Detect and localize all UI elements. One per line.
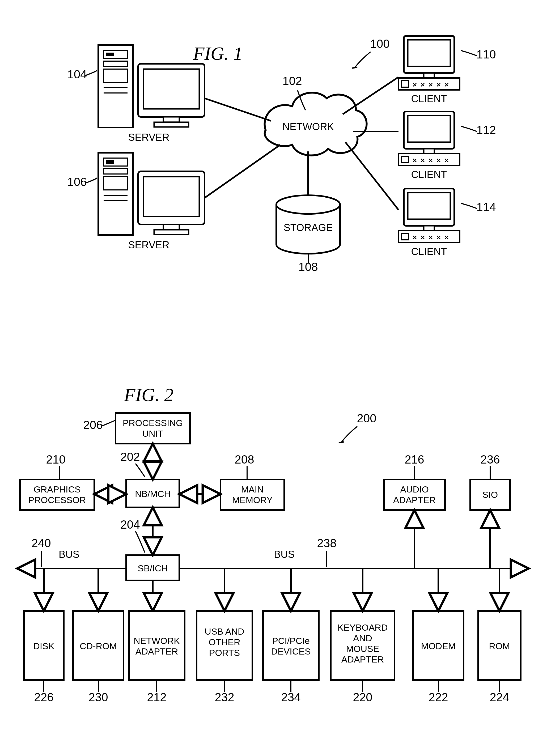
svg-text:DEVICES: DEVICES xyxy=(271,646,311,656)
client2-label: CLIENT xyxy=(411,169,447,180)
bus-label-right: BUS xyxy=(274,549,295,560)
processing-unit-label-1: PROCESSING xyxy=(123,418,183,428)
svg-rect-33 xyxy=(408,116,450,142)
server2-label: SERVER xyxy=(128,239,169,250)
fig2-title: FIG. 2 xyxy=(124,385,174,405)
svg-text:AND: AND xyxy=(353,633,372,643)
ref-232: 232 xyxy=(215,691,234,704)
svg-rect-4 xyxy=(104,69,128,82)
ref-234: 234 xyxy=(281,691,300,704)
svg-rect-8 xyxy=(143,69,199,109)
ref-100: 100 xyxy=(370,37,389,50)
svg-text:MEMORY: MEMORY xyxy=(232,495,273,505)
svg-line-43 xyxy=(345,142,398,210)
storage: STORAGE xyxy=(276,195,340,254)
svg-rect-15 xyxy=(104,169,128,174)
client3-label: CLIENT xyxy=(411,246,447,257)
ref-226: 226 xyxy=(34,691,53,704)
sio-label: SIO xyxy=(482,490,498,500)
ref-212: 212 xyxy=(147,691,166,704)
storage-label: STORAGE xyxy=(283,222,333,233)
svg-line-31 xyxy=(343,77,398,114)
ref-210: 210 xyxy=(46,453,65,466)
ref-106: 106 xyxy=(67,175,87,188)
svg-rect-21 xyxy=(163,224,179,230)
svg-text:ADAPTER: ADAPTER xyxy=(393,495,436,505)
svg-line-11 xyxy=(205,98,271,121)
svg-rect-27 xyxy=(408,40,450,66)
cdrom-label: CD-ROM xyxy=(80,641,117,651)
ref-230: 230 xyxy=(88,691,108,704)
client-1 xyxy=(398,36,460,90)
svg-text:ADAPTER: ADAPTER xyxy=(341,654,384,664)
ref-202: 202 xyxy=(120,450,140,463)
svg-text:PCI/PCIe: PCI/PCIe xyxy=(272,636,310,646)
svg-text:MAIN: MAIN xyxy=(241,484,264,494)
modem-label: MODEM xyxy=(421,641,456,651)
server-2 xyxy=(98,153,205,235)
svg-text:KEYBOARD: KEYBOARD xyxy=(338,622,388,632)
ref-222: 222 xyxy=(429,691,448,704)
svg-rect-22 xyxy=(154,230,189,235)
svg-rect-14 xyxy=(106,160,114,164)
nbmch-label: NB/MCH xyxy=(135,489,171,499)
svg-rect-10 xyxy=(154,122,189,127)
figure-1: FIG. 1 NETWORK 102 100 SERVER 10 xyxy=(67,36,496,273)
svg-text:MOUSE: MOUSE xyxy=(346,644,379,654)
svg-rect-16 xyxy=(104,177,128,190)
processing-unit-label-2: UNIT xyxy=(142,428,163,439)
ref-104: 104 xyxy=(67,68,87,81)
page: FIG. 1 NETWORK 102 100 SERVER 10 xyxy=(0,0,547,756)
svg-text:ADAPTER: ADAPTER xyxy=(135,646,178,656)
svg-rect-2 xyxy=(106,53,114,56)
svg-point-24 xyxy=(276,195,340,214)
svg-text:OTHER: OTHER xyxy=(209,637,240,647)
ref-236: 236 xyxy=(480,453,500,466)
svg-rect-3 xyxy=(104,61,128,66)
ref-110: 110 xyxy=(476,48,496,61)
ref-114: 114 xyxy=(476,201,496,214)
ref-204: 204 xyxy=(120,518,140,531)
svg-text:AUDIO: AUDIO xyxy=(400,484,429,494)
ref-216: 216 xyxy=(405,453,424,466)
ref-102: 102 xyxy=(282,74,302,87)
client1-label: CLIENT xyxy=(411,93,447,104)
sbich-label: SB/ICH xyxy=(138,563,168,573)
bus-label-left: BUS xyxy=(59,549,79,560)
ref-238: 238 xyxy=(317,537,336,550)
ref-112: 112 xyxy=(476,124,496,137)
ref-206: 206 xyxy=(83,418,103,431)
svg-rect-20 xyxy=(143,177,199,216)
svg-text:USB AND: USB AND xyxy=(205,626,244,636)
svg-rect-39 xyxy=(408,193,450,219)
svg-rect-36 xyxy=(402,156,408,163)
ref-220: 220 xyxy=(353,691,372,704)
disk-label: DISK xyxy=(33,641,54,651)
network-cloud: NETWORK xyxy=(265,93,367,155)
ref-208: 208 xyxy=(235,453,254,466)
ref-224: 224 xyxy=(490,691,509,704)
svg-text:GRAPHICS: GRAPHICS xyxy=(33,484,81,494)
server-1 xyxy=(98,45,205,128)
diagram-canvas: FIG. 1 NETWORK 102 100 SERVER 10 xyxy=(0,0,547,756)
svg-text:PORTS: PORTS xyxy=(209,648,240,658)
ref-200: 200 xyxy=(357,412,376,425)
svg-line-23 xyxy=(205,145,280,198)
client-2 xyxy=(398,112,460,165)
client-3 xyxy=(398,189,460,243)
svg-text:NETWORK: NETWORK xyxy=(134,636,180,646)
svg-rect-30 xyxy=(402,80,408,87)
ref-240: 240 xyxy=(31,537,51,550)
fig1-title: FIG. 1 xyxy=(193,43,243,64)
rom-label: ROM xyxy=(489,641,510,651)
figure-2: FIG. 2 200 PROCESSING UNIT 206 NB/MCH 20… xyxy=(17,385,529,704)
svg-rect-42 xyxy=(402,233,408,240)
server1-label: SERVER xyxy=(128,132,169,143)
network-label: NETWORK xyxy=(282,121,334,132)
svg-rect-9 xyxy=(163,117,179,122)
svg-text:PROCESSOR: PROCESSOR xyxy=(28,495,86,505)
